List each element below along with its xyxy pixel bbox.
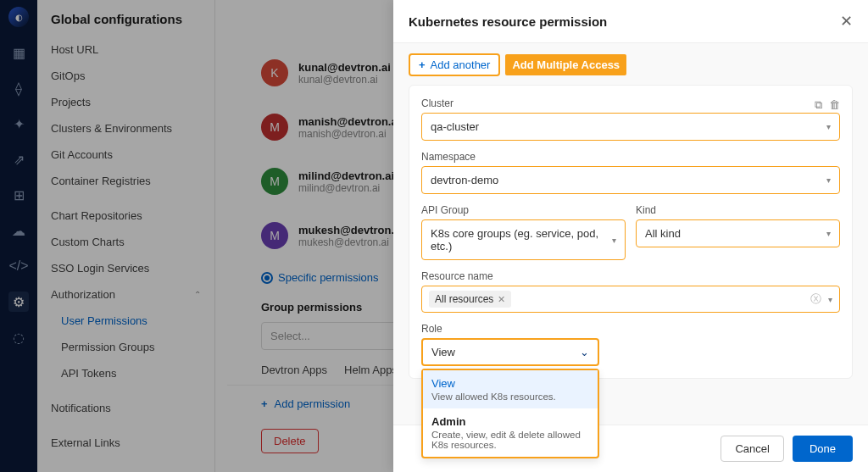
sidebar-sub-permission-groups[interactable]: Permission Groups	[37, 334, 214, 360]
chevron-down-icon: ▾	[828, 295, 832, 304]
sidebar-item-gitops[interactable]: GitOps	[37, 63, 214, 89]
modal-title: Kubernetes resource permission	[409, 14, 607, 29]
sidebar-item-projects[interactable]: Projects	[37, 89, 214, 115]
chevron-down-icon: ▾	[826, 229, 831, 238]
rail-rocket-icon[interactable]: ⇗	[8, 149, 29, 169]
plus-icon: +	[261, 397, 268, 410]
rail-cloud-icon[interactable]: ☁	[8, 220, 29, 241]
chevron-up-icon: ⌃	[194, 290, 201, 299]
sidebar-item-sso[interactable]: SSO Login Services	[37, 255, 214, 281]
sidebar-item-host-url[interactable]: Host URL	[37, 36, 214, 63]
user-email: milind@devtron.ai	[298, 169, 394, 182]
role-select[interactable]: View⌄	[421, 338, 599, 366]
sidebar-item-authorization[interactable]: Authorization ⌃	[37, 281, 214, 308]
role-option-view[interactable]: View View allowed K8s resources.	[423, 370, 598, 408]
sidebar-item-git-accounts[interactable]: Git Accounts	[37, 142, 214, 168]
page-title: Global configurations	[37, 12, 214, 36]
avatar: K	[261, 59, 288, 86]
avatar: M	[261, 168, 288, 195]
kubernetes-permission-modal: Kubernetes resource permission ✕ +Add an…	[393, 0, 868, 472]
sidebar-sub-user-permissions[interactable]: User Permissions	[37, 308, 214, 334]
radio-specific-permissions[interactable]: Specific permissions	[261, 271, 379, 284]
tag-remove-icon[interactable]: ✕	[498, 294, 505, 305]
sidebar-item-clusters[interactable]: Clusters & Environments	[37, 115, 214, 142]
kind-select[interactable]: All kind▾	[636, 219, 840, 247]
user-email: kunal@devtron.ai	[298, 61, 391, 74]
user-email: manish@devtron.ai	[298, 115, 400, 128]
rail-deploy-icon[interactable]: ⟠	[8, 78, 29, 98]
rail-cycle-icon[interactable]: ◌	[8, 327, 29, 347]
namespace-select[interactable]: devtron-demo▾	[421, 166, 840, 194]
rail-grid-icon[interactable]: ▦	[8, 42, 29, 63]
delete-button[interactable]: Delete	[261, 429, 319, 453]
avatar: M	[261, 222, 288, 249]
role-dropdown: View View allowed K8s resources. Admin C…	[421, 369, 599, 458]
sidebar-item-external-links[interactable]: External Links	[37, 430, 214, 456]
resource-name-label: Resource name	[421, 270, 840, 282]
api-group-label: API Group	[421, 204, 626, 216]
cluster-label: Cluster	[421, 97, 453, 109]
avatar: M	[261, 114, 288, 141]
cancel-button[interactable]: Cancel	[721, 436, 783, 462]
kind-label: Kind	[636, 204, 840, 216]
rail-chart-icon[interactable]: ⊞	[8, 185, 29, 205]
rail-code-icon[interactable]: </>	[8, 256, 29, 276]
rail-flame-icon[interactable]: ✦	[8, 114, 29, 134]
role-option-admin[interactable]: Admin Create, view, edit & delete allowe…	[423, 408, 598, 457]
add-another-button[interactable]: +Add another	[409, 53, 500, 76]
tab-helm-apps[interactable]: Helm Apps	[344, 364, 398, 385]
chevron-down-icon: ▾	[612, 236, 616, 245]
role-label: Role	[421, 323, 840, 335]
copy-icon[interactable]: ⧉	[815, 98, 822, 112]
chevron-down-icon: ⌄	[580, 346, 589, 358]
sidebar-item-container-registries[interactable]: Container Registries	[37, 168, 214, 194]
close-icon[interactable]: ✕	[840, 12, 853, 31]
user-email: mukesh@devtron.ai	[298, 224, 403, 236]
radio-icon	[261, 272, 273, 284]
sidebar-item-chart-repos[interactable]: Chart Repositories	[37, 203, 214, 229]
app-logo-icon: ◐	[8, 7, 29, 27]
resource-tag: All resources✕	[429, 291, 511, 308]
clear-icon[interactable]: ⓧ	[810, 292, 821, 307]
add-multiple-access-callout: Add Multiple Access	[505, 54, 626, 75]
sidebar-item-custom-charts[interactable]: Custom Charts	[37, 229, 214, 255]
api-group-select[interactable]: K8s core groups (eg. service, pod, etc.)…	[421, 219, 626, 260]
tab-devtron-apps[interactable]: Devtron Apps	[261, 364, 327, 385]
chevron-down-icon: ▾	[826, 175, 831, 185]
chevron-down-icon: ▾	[826, 122, 831, 131]
done-button[interactable]: Done	[793, 436, 853, 462]
rail-settings-icon[interactable]: ⚙	[8, 292, 29, 312]
cluster-select[interactable]: qa-cluster▾	[421, 113, 840, 141]
sidebar-item-notifications[interactable]: Notifications	[37, 395, 214, 421]
plus-icon: +	[419, 58, 426, 71]
namespace-label: Namespace	[421, 151, 840, 163]
delete-icon[interactable]: 🗑	[829, 98, 840, 112]
resource-name-select[interactable]: All resources✕ ⓧ▾	[421, 286, 840, 313]
sidebar-sub-api-tokens[interactable]: API Tokens	[37, 360, 214, 386]
